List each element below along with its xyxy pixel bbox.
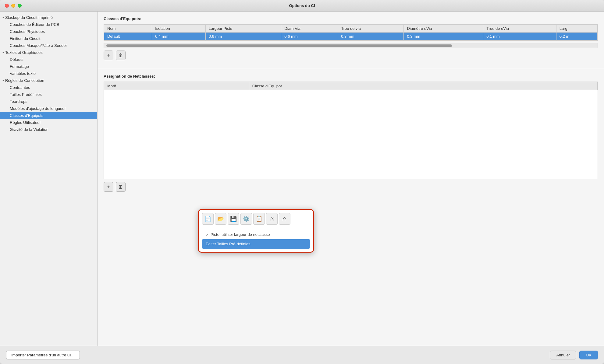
table-cell-3: 0.6 mm xyxy=(281,33,338,40)
scrollbar-thumb[interactable] xyxy=(106,44,452,47)
table-cell-1: 0.4 mm xyxy=(152,33,206,40)
popup-toolbar: 📄 📂 💾 ⚙️ 📋 xyxy=(202,213,310,227)
table-header-row: Nom Isolation Largeur Piste Diam Via Tro… xyxy=(104,25,598,33)
settings-green-icon: ⚙️ xyxy=(243,215,250,222)
col-isolation: Isolation xyxy=(152,25,206,33)
save-icon: 💾 xyxy=(230,215,237,222)
minimize-button[interactable] xyxy=(11,4,15,8)
sidebar-item-gravite[interactable]: Gravité de la Violation xyxy=(0,126,97,133)
sidebar-item-regles-utilisateur[interactable]: Règles Utilisateur xyxy=(0,119,97,126)
add-equipot-button[interactable]: + xyxy=(104,51,113,60)
popup-settings-button[interactable]: ⚙️ xyxy=(240,213,252,225)
col-larg: Larg xyxy=(556,25,597,33)
add-netclass-button[interactable]: + xyxy=(104,182,113,192)
export-icon: 🖨 xyxy=(282,216,287,222)
open-folder-icon: 📂 xyxy=(217,215,224,222)
netclass-header-row: Motif Classe d'Equipot xyxy=(104,82,598,90)
sidebar-group-label: Stackup du Circuit Imprimé xyxy=(5,15,53,20)
upper-toolbar: + 🗑 xyxy=(104,51,598,60)
sidebar-item-tailles[interactable]: Tailles Prédéfinies xyxy=(0,91,97,98)
lower-section: Assignation de Netclasses: Motif Classe … xyxy=(98,69,604,346)
menu-item-netclass-width-label: Piste: utiliser largeur de netclasse xyxy=(211,232,270,237)
traffic-lights xyxy=(5,4,22,8)
table-cell-0: Default xyxy=(104,33,152,40)
import-button[interactable]: Importer Paramètres d'un autre CI... xyxy=(6,351,80,359)
sidebar: ▾Stackup du Circuit ImpriméCouches de Éd… xyxy=(0,12,98,346)
popup-export-button[interactable]: 🖨 xyxy=(279,213,290,225)
delete-equipot-button[interactable]: 🗑 xyxy=(116,51,126,60)
sidebar-group-label: Textes et Graphiques xyxy=(5,50,43,55)
col-nom: Nom xyxy=(104,25,152,33)
popup-open-folder-button[interactable]: 📂 xyxy=(215,213,226,225)
sidebar-group-label: Règles de Conception xyxy=(5,78,44,83)
netclass-table-container[interactable]: Motif Classe d'Equipot xyxy=(104,82,598,179)
upper-section-title: Classes d'Equipots: xyxy=(104,16,598,21)
col-classe-equipot: Classe d'Equipot xyxy=(249,82,597,90)
table-cell-4: 0.3 mm xyxy=(338,33,404,40)
close-button[interactable] xyxy=(5,4,9,8)
maximize-button[interactable] xyxy=(18,4,22,8)
equipots-table-container[interactable]: Nom Isolation Largeur Piste Diam Via Tro… xyxy=(104,24,598,41)
copy-icon: 📋 xyxy=(256,215,262,222)
popup-print-button[interactable]: 🖨 xyxy=(266,213,278,225)
table-cell-2: 0.6 mm xyxy=(205,33,281,40)
sidebar-group-regles[interactable]: ▾Règles de Conception xyxy=(0,77,97,84)
sidebar-item-couches-editeur[interactable]: Couches de Éditeur de PCB xyxy=(0,21,97,28)
sidebar-item-finition[interactable]: Finition du Circuit xyxy=(0,35,97,42)
table-row[interactable]: Default0.4 mm0.6 mm0.6 mm0.3 mm0.3 mm0.1… xyxy=(104,33,598,40)
equipots-table: Nom Isolation Largeur Piste Diam Via Tro… xyxy=(104,24,598,40)
footer: Importer Paramètres d'un autre CI... Ann… xyxy=(0,346,604,364)
cancel-button[interactable]: Annuler xyxy=(550,351,576,359)
sidebar-item-formatage[interactable]: Formatage xyxy=(0,63,97,70)
popup-overlay: 📄 📂 💾 ⚙️ 📋 xyxy=(198,209,314,253)
menu-item-edit-sizes-label: Editer Tailles Pré-définies... xyxy=(206,242,254,246)
sidebar-item-modeles[interactable]: Modèles d'ajustage de longueur xyxy=(0,105,97,112)
print-icon: 🖨 xyxy=(269,216,275,222)
chevron-icon: ▾ xyxy=(2,79,4,82)
table-cell-7: 0.2 m xyxy=(556,33,597,40)
menu-item-edit-sizes[interactable]: Editer Tailles Pré-définies... xyxy=(202,239,310,249)
sidebar-item-teardrops[interactable]: Teardrops xyxy=(0,98,97,105)
sidebar-item-couches-masque[interactable]: Couches Masque/Pâte à Souder xyxy=(0,42,97,49)
table-cell-6: 0.1 mm xyxy=(483,33,556,40)
sidebar-item-contraintes[interactable]: Contraintes xyxy=(0,84,97,91)
col-diam-via: Diam Via xyxy=(281,25,338,33)
main-window: Options du CI ▾Stackup du Circuit Imprim… xyxy=(0,0,604,364)
col-trou-uvia: Trou de uVia xyxy=(483,25,556,33)
footer-right: Annuler OK xyxy=(550,351,598,359)
footer-left: Importer Paramètres d'un autre CI... xyxy=(6,351,80,359)
sidebar-group-textes[interactable]: ▾Textes et Graphiques xyxy=(0,49,97,56)
titlebar: Options du CI xyxy=(0,0,604,12)
sidebar-item-variables[interactable]: Variables texte xyxy=(0,70,97,77)
horizontal-scrollbar[interactable] xyxy=(104,43,598,48)
upper-section: Classes d'Equipots: Nom Isolation Largeu… xyxy=(98,12,604,69)
netclass-table: Motif Classe d'Equipot xyxy=(104,82,598,90)
lower-section-title: Assignation de Netclasses: xyxy=(104,74,598,79)
popup-box: 📄 📂 💾 ⚙️ 📋 xyxy=(198,209,314,253)
window-title: Options du CI xyxy=(289,3,315,8)
checkmark-icon: ✓ xyxy=(206,233,209,237)
lower-toolbar: + 🗑 xyxy=(104,182,598,192)
sidebar-group-stackup[interactable]: ▾Stackup du Circuit Imprimé xyxy=(0,14,97,21)
table-cell-5: 0.3 mm xyxy=(404,33,483,40)
popup-new-file-button[interactable]: 📄 xyxy=(202,213,214,225)
delete-netclass-button[interactable]: 🗑 xyxy=(116,182,126,192)
ok-button[interactable]: OK xyxy=(579,351,598,359)
sidebar-item-defauts[interactable]: Défauts xyxy=(0,56,97,63)
content-area: ▾Stackup du Circuit ImpriméCouches de Éd… xyxy=(0,12,604,346)
col-diam-uvia: Diamètre uVia xyxy=(404,25,483,33)
trash-icon: 🗑 xyxy=(118,53,123,58)
popup-copy-button[interactable]: 📋 xyxy=(253,213,265,225)
menu-item-netclass-width[interactable]: ✓ Piste: utiliser largeur de netclasse xyxy=(202,230,310,239)
col-trou-via: Trou de via xyxy=(338,25,404,33)
popup-save-button[interactable]: 💾 xyxy=(228,213,239,225)
col-motif: Motif xyxy=(104,82,249,90)
main-panel: Classes d'Equipots: Nom Isolation Largeu… xyxy=(98,12,604,346)
chevron-icon: ▾ xyxy=(2,51,4,54)
trash-icon-lower: 🗑 xyxy=(118,184,123,190)
sidebar-item-couches-physiques[interactable]: Couches Physiques xyxy=(0,28,97,35)
chevron-icon: ▾ xyxy=(2,16,4,19)
sidebar-item-classes-equipots[interactable]: Classes d'Equipots xyxy=(0,112,97,119)
col-largeur-piste: Largeur Piste xyxy=(205,25,281,33)
new-file-icon: 📄 xyxy=(204,215,211,222)
